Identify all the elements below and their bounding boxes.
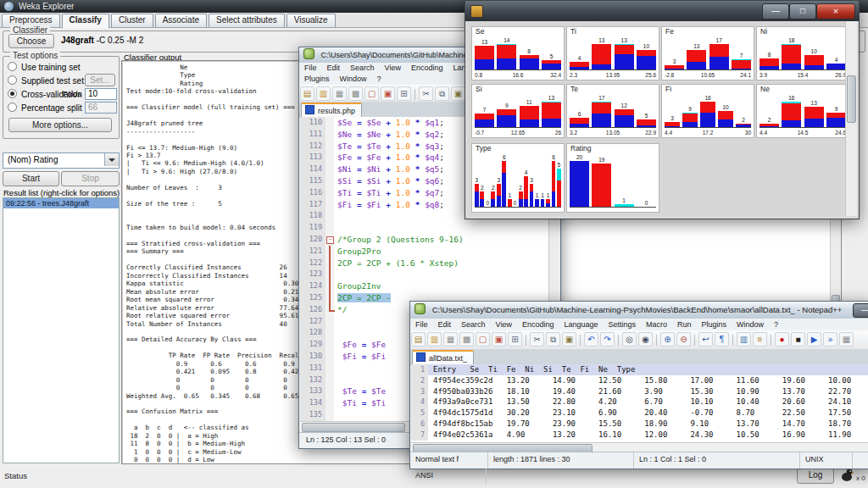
titlebar[interactable]: — □ × (465, 1, 859, 21)
class-attribute-combo[interactable]: (Nom) Rating (3, 152, 120, 169)
print-icon[interactable]: ⊞ (397, 86, 411, 101)
copy-icon[interactable]: ⧉ (546, 332, 560, 347)
vertical-scrollbar[interactable] (845, 21, 857, 216)
more-options-button[interactable]: More options... (8, 118, 112, 132)
editor2-menu-language[interactable]: Language (559, 319, 603, 330)
redo-icon[interactable]: ↷ (600, 332, 615, 347)
editor2-menu-encoding[interactable]: Encoding (517, 319, 559, 330)
editor2-menu-window[interactable]: Window (732, 319, 769, 330)
code-text: $Se = $Se + 1.0 * $q1; (334, 118, 444, 127)
text-editor[interactable]: 1Entry Se Ti Fe Ni Si Te Fi Ne Type24f95… (411, 364, 868, 442)
editor1-menu-edit[interactable]: Edit (322, 63, 346, 74)
close-file-icon[interactable]: ▢ (364, 86, 379, 101)
zoom-in-icon[interactable]: ⊕ (660, 332, 675, 347)
result-list-item[interactable]: 09:22:56 - trees.J48graft (3, 198, 119, 208)
radio-supplied-test-set[interactable]: Supplied test set (8, 75, 84, 86)
editor2-menu-edit[interactable]: Edit (433, 319, 457, 330)
radio-use-training-set[interactable]: Use training set (8, 62, 80, 72)
new-file-icon[interactable]: ▤ (300, 86, 314, 101)
zoom-out-icon[interactable]: ⊖ (676, 332, 691, 347)
bar-count-label: 2 (742, 117, 745, 123)
editor2-menu-search[interactable]: Search (456, 319, 491, 330)
cut-icon[interactable]: ✂ (419, 86, 433, 101)
bar-count-label: 4 (835, 57, 838, 63)
editor1-menu-search[interactable]: Search (345, 63, 380, 74)
tab-bar: allData.txt_ (410, 349, 868, 365)
tab-classify[interactable]: Classify (62, 14, 109, 28)
minimize-button[interactable]: — (762, 3, 789, 19)
stop-macro-icon[interactable]: ■ (791, 332, 805, 347)
maximize-button[interactable]: □ (789, 3, 816, 19)
record-macro-icon[interactable]: ● (775, 332, 789, 347)
editor1-menu-view[interactable]: View (380, 63, 406, 74)
open-file-icon[interactable]: ▥ (427, 332, 442, 347)
bar-count-label: 4 (578, 55, 581, 61)
function-list-icon[interactable]: ≡ (753, 332, 767, 347)
editor2-menu-macro[interactable]: Macro (641, 319, 672, 330)
choose-button[interactable]: Choose (8, 34, 54, 48)
run-macro-multiple-icon[interactable]: » (823, 332, 837, 347)
scrollbar-thumb[interactable] (847, 75, 856, 123)
radio-percentage-split[interactable]: Percentage split (8, 103, 82, 113)
set-button[interactable]: Set... (85, 74, 115, 86)
tab-cluster[interactable]: Cluster (111, 14, 153, 27)
tab-select-attributes[interactable]: Select attributes (209, 14, 285, 27)
titlebar[interactable]: C:\Users\Shay\Documents\GitHub\Machine-L… (410, 302, 868, 319)
save-file-icon[interactable]: ▦ (332, 86, 347, 101)
doc-map-icon[interactable]: ▥ (737, 332, 751, 347)
copy-icon[interactable]: ⧉ (435, 86, 449, 101)
editor1-menu-file[interactable]: File (299, 63, 322, 74)
percent-field[interactable]: 66 (85, 102, 117, 114)
folds-field[interactable]: 10 (85, 88, 117, 100)
close-button[interactable]: × (816, 3, 855, 19)
fold-margin (326, 385, 334, 397)
bar-segment (497, 109, 516, 115)
histogram-bar: 1 (546, 153, 550, 207)
fold-collapse-icon[interactable]: − (326, 236, 334, 244)
editor1-menu-item[interactable]: ? (372, 74, 387, 85)
editor2-menu-plugins[interactable]: Plugins (697, 319, 732, 330)
editor1-menu-encoding[interactable]: Encoding (406, 63, 448, 74)
stop-button[interactable]: Stop (61, 171, 120, 186)
tab-alldata-txt[interactable]: allData.txt_ (412, 350, 474, 364)
minimize-button[interactable]: — (853, 303, 868, 318)
save-file-icon[interactable]: ▦ (443, 332, 458, 347)
editor2-menu-item[interactable]: ? (769, 319, 783, 330)
editor1-menu-window[interactable]: Window (335, 74, 372, 85)
editor2-menu-view[interactable]: View (491, 319, 517, 330)
scrollbar-thumb[interactable] (302, 423, 405, 432)
word-wrap-icon[interactable]: ↩ (698, 332, 713, 347)
close-all-icon[interactable]: ▣ (381, 86, 395, 101)
undo-icon[interactable]: ↶ (584, 332, 598, 347)
histogram-bar: 18 (782, 36, 801, 69)
start-button[interactable]: Start (3, 171, 59, 186)
new-file-icon[interactable]: ▤ (411, 332, 426, 347)
editor2-menu-run[interactable]: Run (672, 319, 697, 330)
paste-icon[interactable]: ▣ (562, 332, 576, 347)
cut-icon[interactable]: ✂ (530, 332, 544, 347)
tab-results-php[interactable]: results.php (301, 103, 362, 117)
save-all-icon[interactable]: ▩ (459, 332, 474, 347)
editor1-menu-plugins[interactable]: Plugins (299, 74, 335, 85)
replace-icon[interactable]: ◉ (638, 332, 653, 347)
save-all-icon[interactable]: ▩ (348, 86, 363, 101)
paste-icon[interactable]: ▣ (451, 86, 465, 101)
window-title: Weka Explorer (19, 2, 74, 11)
tab-visualize[interactable]: Visualize (287, 14, 336, 27)
close-file-icon[interactable]: ▢ (476, 332, 490, 347)
fold-line (329, 292, 331, 304)
open-file-icon[interactable]: ▥ (316, 86, 331, 101)
editor2-menu-file[interactable]: File (410, 319, 433, 330)
chevron-down-icon[interactable] (104, 153, 119, 166)
editor2-menu-settings[interactable]: Settings (604, 319, 642, 330)
save-macro-icon[interactable]: ▦ (839, 332, 854, 347)
close-all-icon[interactable]: ▣ (492, 332, 506, 347)
bar-segment (497, 58, 516, 69)
print-icon[interactable]: ⊞ (508, 332, 522, 347)
weka-bird-icon (839, 467, 854, 484)
tab-associate[interactable]: Associate (155, 14, 207, 27)
find-icon[interactable]: ◎ (622, 332, 637, 347)
log-button[interactable]: Log (797, 469, 834, 484)
show-symbols-icon[interactable]: ¶ (715, 332, 729, 347)
play-macro-icon[interactable]: ▶ (807, 332, 821, 347)
